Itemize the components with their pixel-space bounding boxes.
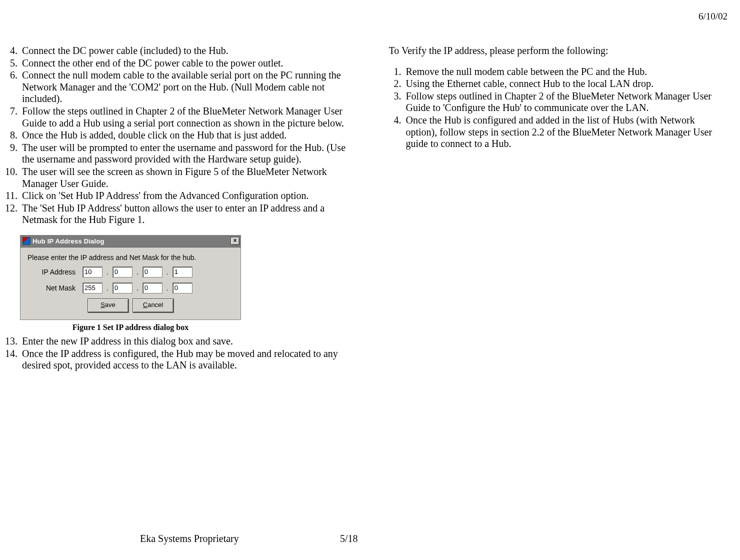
- close-icon[interactable]: ×: [230, 237, 240, 245]
- list-item: The 'Set Hub IP Address' button allows t…: [20, 202, 359, 226]
- right-column: To Verify the IP address, please perform…: [374, 45, 728, 372]
- dialog-body: Please enter the IP address and Net Mask…: [20, 248, 240, 320]
- ip-octet-2[interactable]: 0: [112, 266, 132, 278]
- dialog-button-row: Save Cancel: [28, 298, 234, 312]
- list-item: Click on 'Set Hub IP Address' from the A…: [20, 190, 359, 202]
- left-ordered-list: Connect the DC power cable (included) to…: [5, 45, 359, 226]
- ip-octet-1[interactable]: 10: [82, 266, 102, 278]
- ip-address-label: IP Address: [28, 268, 82, 276]
- list-item: Follow steps outlined in Chapter 2 of th…: [404, 90, 728, 114]
- save-button[interactable]: Save: [88, 298, 128, 312]
- mask-octet-2[interactable]: 0: [112, 282, 132, 294]
- dialog-titlebar: Hub IP Address Dialog ×: [20, 236, 240, 248]
- page-root: 6/10/02 Connect the DC power cable (incl…: [0, 0, 740, 560]
- content-columns: Connect the DC power cable (included) to…: [5, 45, 728, 372]
- dialog-app-icon: [22, 237, 30, 245]
- list-item: Follow the steps outlined in Chapter 2 o…: [20, 106, 359, 129]
- netmask-label: Net Mask: [28, 284, 82, 292]
- right-intro: To Verify the IP address, please perform…: [374, 45, 728, 57]
- list-item: The user will see the screen as shown in…: [20, 166, 359, 190]
- dot-icon: .: [162, 268, 172, 276]
- netmask-row: Net Mask 255 . 0 . 0 . 0: [28, 282, 234, 294]
- ip-address-dialog: Hub IP Address Dialog × Please enter the…: [20, 235, 241, 320]
- list-item: Once the Hub is configured and added in …: [404, 114, 728, 150]
- figure-block: Hub IP Address Dialog × Please enter the…: [20, 235, 359, 332]
- dialog-prompt: Please enter the IP address and Net Mask…: [28, 254, 234, 262]
- left-ordered-list-resume: Enter the new IP address in this dialog …: [5, 336, 359, 372]
- list-item: Connect the other end of the DC power ca…: [20, 58, 359, 70]
- ip-address-row: IP Address 10 . 0 . 0 . 1: [28, 266, 234, 278]
- footer-page-number: 5/18: [340, 533, 358, 544]
- list-item: Once the Hub is added, double click on t…: [20, 130, 359, 142]
- list-item: Once the IP address is configured, the H…: [20, 348, 359, 372]
- dot-icon: .: [102, 268, 112, 276]
- list-item: Remove the null modem cable between the …: [404, 66, 728, 78]
- mask-octet-3[interactable]: 0: [142, 282, 162, 294]
- dot-icon: .: [102, 284, 112, 292]
- mask-octet-4[interactable]: 0: [172, 282, 192, 294]
- page-date: 6/10/02: [698, 11, 728, 22]
- right-ordered-list: Remove the null modem cable between the …: [389, 66, 728, 150]
- ip-octet-3[interactable]: 0: [142, 266, 162, 278]
- figure-caption: Figure 1 Set IP address dialog box: [20, 323, 241, 332]
- list-item: Enter the new IP address in this dialog …: [20, 336, 359, 348]
- dot-icon: .: [132, 268, 142, 276]
- list-item: Connect the null modem cable to the avai…: [20, 70, 359, 105]
- cancel-button[interactable]: Cancel: [132, 298, 174, 312]
- dialog-title: Hub IP Address Dialog: [32, 238, 230, 245]
- list-item: Connect the DC power cable (included) to…: [20, 45, 359, 57]
- dot-icon: .: [162, 284, 172, 292]
- list-item: The user will be prompted to enter the u…: [20, 142, 359, 166]
- dot-icon: .: [132, 284, 142, 292]
- list-item: Using the Ethernet cable, connect Hub to…: [404, 78, 728, 90]
- mask-octet-1[interactable]: 255: [82, 282, 102, 294]
- ip-octet-4[interactable]: 1: [172, 266, 192, 278]
- footer-proprietary: Eka Systems Proprietary: [140, 533, 239, 544]
- left-column: Connect the DC power cable (included) to…: [5, 45, 359, 372]
